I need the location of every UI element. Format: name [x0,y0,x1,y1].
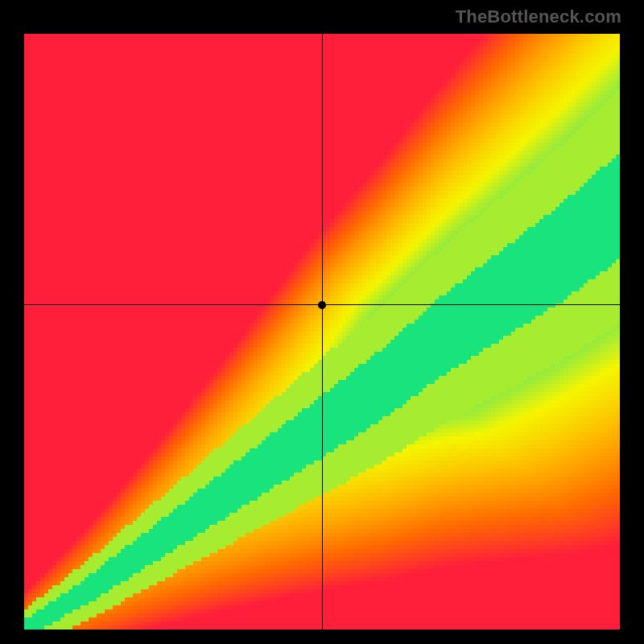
plot-area [24,34,620,630]
attribution-text: TheBottleneck.com [456,6,621,27]
crosshair-vertical [322,34,323,630]
data-point-marker [318,301,326,309]
chart-container: TheBottleneck.com [0,0,644,644]
